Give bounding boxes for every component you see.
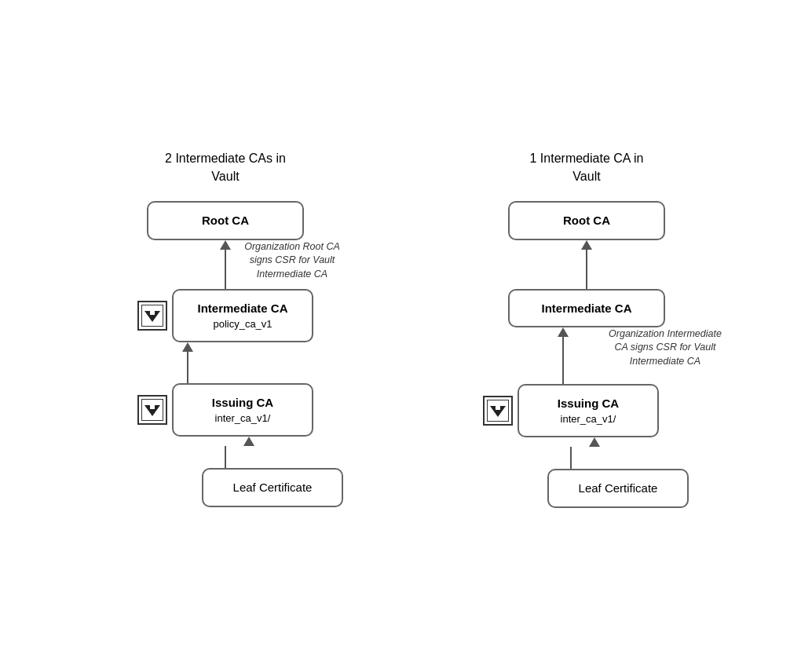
left-vault-rect2: [150, 405, 155, 409]
left-vault-icon1: [137, 301, 167, 331]
left-vline1: [225, 250, 226, 289]
left-leaf-box-wrap: Leaf Certificate: [202, 468, 343, 507]
left-title: 2 Intermediate CAs in Vault: [155, 150, 296, 185]
left-vault-rect1: [150, 311, 155, 315]
right-diagram: 1 Intermediate CA in Vault Root CA Inter…: [437, 150, 736, 508]
left-arrow1: [220, 240, 231, 289]
left-issuing-row: Issuing CA inter_ca_v1/: [137, 383, 313, 437]
right-arrow1: [581, 240, 592, 289]
right-root-ca-box: Root CA: [508, 201, 665, 240]
left-leaf-cert-label: Leaf Certificate: [233, 481, 313, 494]
right-vault-icon1: [483, 396, 513, 426]
left-root-ca-label: Root CA: [202, 214, 249, 227]
left-root-ca-box: Root CA: [147, 201, 304, 240]
right-issuing-ca-label: Issuing CA: [535, 397, 642, 410]
left-intermediate-ca-label: Intermediate CA: [189, 302, 296, 315]
right-arrowhead2: [558, 327, 569, 337]
left-vline2: [187, 352, 188, 383]
right-title: 1 Intermediate CA in Vault: [516, 150, 657, 185]
right-arrowhead1: [581, 240, 592, 250]
right-vault-rect1: [496, 406, 500, 410]
left-intermediate-ca-sub: policy_ca_v1: [189, 318, 296, 330]
right-leaf-lines: [570, 447, 619, 470]
left-arrowhead2: [182, 342, 193, 352]
left-diagram: 2 Intermediate CAs in Vault Root CA Orga…: [76, 150, 375, 507]
left-leaf-lines: [225, 446, 273, 470]
right-issuing-ca-sub: inter_ca_v1/: [535, 413, 642, 425]
left-leaf-arrowhead: [243, 437, 254, 446]
left-vault-svg1: [141, 305, 163, 327]
right-leaf-box-wrap: Leaf Certificate: [547, 469, 689, 508]
left-arrow1-row: Organization Root CA signs CSR for Vault…: [76, 240, 375, 289]
right-arrow2: [558, 327, 569, 384]
right-leaf-connector: [570, 437, 619, 470]
left-issuing-ca-label: Issuing CA: [189, 396, 296, 409]
right-leaf-cert-box: Leaf Certificate: [547, 469, 689, 508]
left-leaf-cert-box: Leaf Certificate: [202, 468, 343, 507]
left-annotation1: Organization Root CA signs CSR for Vault…: [233, 240, 351, 282]
right-issuing-ca-box: Issuing CA inter_ca_v1/: [518, 384, 659, 437]
right-leaf-cert-label: Leaf Certificate: [579, 481, 658, 495]
left-issuing-ca-sub: inter_ca_v1/: [189, 412, 296, 424]
left-arrow2: [182, 342, 193, 383]
right-vline1: [586, 250, 587, 289]
main-container: 2 Intermediate CAs in Vault Root CA Orga…: [60, 134, 752, 524]
right-vault-svg1: [487, 400, 509, 422]
right-intermediate-ca-box: Intermediate CA: [508, 289, 665, 327]
left-intermediate-ca-box: Intermediate CA policy_ca_v1: [172, 289, 313, 342]
left-intermediate-row: Intermediate CA policy_ca_v1: [137, 289, 313, 342]
right-intermediate-ca-label: Intermediate CA: [525, 302, 648, 315]
right-root-ca-label: Root CA: [563, 214, 610, 227]
left-vault-svg2: [141, 399, 163, 421]
left-leaf-connector: [225, 437, 273, 470]
right-leaf-vline: [570, 447, 572, 470]
left-leaf-vline: [225, 446, 226, 470]
right-issuing-row: Issuing CA inter_ca_v1/: [483, 384, 659, 437]
left-issuing-ca-box: Issuing CA inter_ca_v1/: [172, 383, 313, 437]
right-leaf-arrowhead: [589, 437, 600, 447]
right-leaf-arrow-col: [570, 437, 619, 470]
right-arrow2-row: Organization Intermediate CA signs CSR f…: [437, 327, 736, 384]
left-leaf-arrow-col: [225, 437, 273, 470]
right-annotation1: Organization Intermediate CA signs CSR f…: [602, 327, 728, 369]
left-vault-icon2: [137, 395, 167, 425]
right-vline2: [562, 337, 564, 384]
left-arrowhead1: [220, 240, 231, 250]
